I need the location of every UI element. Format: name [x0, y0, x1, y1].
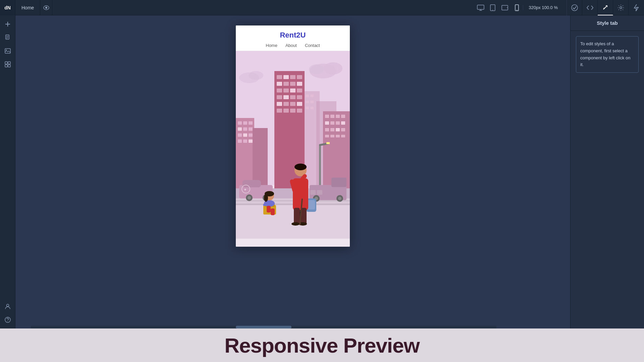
- svg-rect-56: [238, 139, 242, 143]
- svg-rect-138: [308, 200, 315, 209]
- main-area: Rent2U Home About Contact: [0, 15, 644, 328]
- svg-rect-53: [238, 133, 242, 137]
- images-btn[interactable]: [2, 45, 14, 57]
- svg-rect-71: [341, 128, 345, 131]
- publish-btn[interactable]: [629, 0, 644, 15]
- tablet-device-btn[interactable]: [487, 2, 499, 14]
- svg-rect-77: [277, 75, 282, 79]
- svg-rect-48: [243, 121, 247, 125]
- visibility-toggle[interactable]: [40, 0, 52, 15]
- svg-rect-96: [297, 102, 302, 106]
- svg-rect-113: [310, 190, 316, 195]
- svg-rect-89: [277, 95, 282, 99]
- svg-rect-84: [297, 82, 302, 86]
- svg-rect-114: [317, 190, 322, 195]
- svg-rect-80: [297, 75, 302, 79]
- svg-rect-69: [330, 128, 334, 131]
- svg-rect-134: [271, 208, 275, 215]
- svg-rect-93: [277, 102, 282, 106]
- home-tab[interactable]: Home: [15, 0, 40, 15]
- svg-rect-99: [290, 109, 296, 113]
- svg-point-36: [249, 71, 263, 80]
- svg-point-11: [572, 5, 578, 11]
- svg-point-34: [309, 64, 324, 74]
- svg-rect-90: [283, 95, 289, 99]
- svg-rect-100: [297, 109, 302, 113]
- preview-frame: Rent2U Home About Contact: [236, 25, 350, 247]
- tablet-landscape-btn[interactable]: [499, 2, 511, 14]
- site-logo: Rent2U: [243, 31, 343, 40]
- svg-rect-25: [5, 65, 7, 67]
- pen-tool-btn[interactable]: [598, 0, 613, 15]
- code-btn[interactable]: [582, 0, 598, 15]
- help-btn[interactable]: [2, 314, 14, 326]
- canvas-area: Rent2U Home About Contact: [15, 15, 570, 328]
- svg-rect-65: [330, 121, 334, 125]
- svg-rect-78: [283, 75, 289, 79]
- svg-rect-92: [297, 95, 302, 99]
- illustration-svg: ✦: [236, 51, 350, 239]
- preview-nav: Home About Contact: [243, 43, 343, 48]
- svg-rect-54: [243, 133, 247, 137]
- canvas-scrollbar[interactable]: [31, 326, 496, 328]
- svg-text:✦: ✦: [244, 187, 247, 192]
- svg-rect-108: [243, 180, 261, 187]
- svg-point-146: [291, 222, 300, 226]
- svg-rect-74: [336, 135, 340, 137]
- svg-rect-51: [243, 127, 247, 131]
- svg-rect-23: [5, 62, 7, 64]
- pages-btn[interactable]: [2, 32, 14, 44]
- nav-contact[interactable]: Contact: [305, 43, 320, 48]
- check-btn[interactable]: [567, 0, 582, 15]
- svg-rect-63: [341, 115, 345, 118]
- svg-rect-95: [290, 102, 296, 106]
- preview-header: Rent2U Home About Contact: [236, 25, 350, 51]
- settings-btn[interactable]: [613, 0, 629, 15]
- svg-rect-2: [477, 5, 484, 9]
- svg-point-1: [45, 7, 47, 9]
- svg-rect-88: [297, 88, 302, 93]
- left-sidebar: [0, 15, 15, 328]
- svg-point-14: [620, 7, 622, 9]
- nav-home[interactable]: Home: [266, 43, 277, 48]
- svg-point-8: [507, 7, 507, 8]
- toolbar: dN Home: [0, 0, 644, 15]
- right-panel-title: Style tab: [571, 15, 644, 31]
- svg-rect-81: [277, 82, 282, 86]
- svg-rect-62: [336, 115, 340, 118]
- svg-rect-94: [283, 102, 289, 106]
- svg-point-27: [6, 304, 9, 307]
- svg-rect-52: [249, 127, 253, 131]
- right-panel: Style tab To edit styles of a component,…: [570, 15, 644, 328]
- svg-rect-68: [325, 128, 329, 131]
- user-btn[interactable]: [2, 300, 14, 312]
- phone-device-btn[interactable]: [511, 2, 523, 14]
- svg-rect-91: [290, 95, 296, 99]
- svg-rect-66: [336, 121, 340, 125]
- components-btn[interactable]: [2, 58, 14, 70]
- svg-rect-67: [341, 121, 345, 125]
- toolbar-actions: [567, 0, 598, 15]
- device-selector: 320px 100.0 %: [471, 2, 567, 14]
- svg-point-33: [324, 62, 342, 74]
- svg-rect-70: [336, 128, 340, 131]
- svg-rect-24: [8, 62, 10, 64]
- svg-rect-83: [290, 82, 296, 86]
- sidebar-bottom: [2, 300, 14, 326]
- svg-point-116: [248, 196, 251, 199]
- svg-rect-106: [326, 142, 330, 144]
- svg-rect-44: [310, 107, 314, 109]
- add-element-btn[interactable]: [2, 18, 14, 30]
- svg-point-141: [294, 164, 307, 170]
- svg-rect-61: [330, 115, 334, 118]
- svg-rect-123: [236, 203, 350, 239]
- svg-rect-42: [310, 101, 314, 103]
- right-panel-hint: To edit styles of a component, first sel…: [576, 36, 639, 73]
- desktop-device-btn[interactable]: [475, 2, 487, 14]
- svg-point-22: [6, 50, 7, 51]
- svg-rect-75: [341, 135, 345, 137]
- canvas-scroll-thumb[interactable]: [236, 326, 292, 328]
- svg-rect-39: [306, 95, 309, 97]
- nav-about[interactable]: About: [285, 43, 297, 48]
- svg-rect-43: [306, 107, 309, 109]
